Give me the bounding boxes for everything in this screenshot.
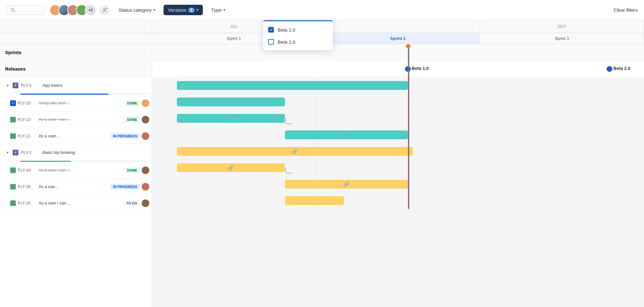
status-category-label: Status category xyxy=(119,7,151,13)
issue-title-fly16: As a use... xyxy=(39,184,109,189)
issue-title-fly14: As a user I can ... xyxy=(39,168,123,172)
task-row-fly11[interactable]: 🔖 FLY-11 As a user... IN PROGRESS xyxy=(0,128,152,144)
issue-id-fly13: FLY-13 xyxy=(18,117,37,122)
search-icon xyxy=(10,8,16,13)
dep-arrow-fly13 xyxy=(286,118,292,124)
bar-fly13: 🔗 xyxy=(177,114,285,123)
issue-id-fly2: FLY-2 xyxy=(21,150,40,155)
add-avatar-button[interactable] xyxy=(99,4,110,16)
link-icon-fly11: 🔗 xyxy=(343,132,350,138)
chevron-down-icon: ▾ xyxy=(153,8,155,12)
sprints-gantt-row xyxy=(152,44,644,61)
beta2-release-label: Beta 2.0 xyxy=(613,66,630,71)
story-icon-fly11: 🔖 xyxy=(10,133,16,139)
expand-fly2[interactable]: ▾ xyxy=(5,150,10,155)
beta2-checkbox[interactable] xyxy=(268,39,274,45)
link-icon-fly2: 🔗 xyxy=(292,148,298,154)
dep-arrow-fly14 xyxy=(286,168,292,173)
assignee-fly16 xyxy=(142,183,149,191)
chevron-down-icon: ▾ xyxy=(196,8,198,12)
dropdown-item-beta1[interactable]: Beta 1.0 xyxy=(263,24,333,36)
gantt-row-fly15 xyxy=(152,192,644,209)
gantt-row-fly13: 🔗 xyxy=(152,110,644,127)
issue-id-fly10: FLY-10 xyxy=(18,101,37,105)
issue-title-fly15: As a user I can ... xyxy=(39,201,122,205)
bar-fly1 xyxy=(177,81,408,90)
releases-gantt-row: Beta 1.0 Beta 2.0 xyxy=(152,61,644,77)
today-line xyxy=(408,44,409,209)
beta1-release-label: Beta 1.0 xyxy=(412,66,429,71)
issue-title-fly10: Setup dev and ... xyxy=(39,101,123,105)
svg-point-2 xyxy=(104,9,106,10)
status-fly14: DONE xyxy=(125,167,140,173)
gantt-rows: Beta 1.0 Beta 2.0 🔗 xyxy=(152,44,644,209)
gantt-panel: JUL SEP Sprint 1 Sprint 2 Sprint 3 xyxy=(152,20,644,307)
bar-fly15 xyxy=(285,196,344,205)
task-row-fly10[interactable]: ☑ FLY-10 Setup dev and ... DONE xyxy=(0,95,152,111)
task-row-fly16[interactable]: 🔖 FLY-16 As a use... IN PROGRESS xyxy=(0,179,152,195)
bar-fly14: 🔗 xyxy=(177,163,285,172)
type-filter[interactable]: Type ▾ xyxy=(207,5,230,15)
beta1-release-line xyxy=(409,44,409,209)
clear-filters-button[interactable]: Clear filters xyxy=(614,7,638,13)
releases-label: Releases xyxy=(5,66,26,72)
month-aug xyxy=(316,20,480,33)
story-icon-fly14: 🔖 xyxy=(10,167,16,173)
sprints-label: Sprints xyxy=(5,50,22,55)
avatar-count[interactable]: +2 xyxy=(85,4,96,16)
task-row-fly14[interactable]: 🔖 FLY-14 As a user I can ... DONE xyxy=(0,162,152,179)
gantt-row-fly11: 🔗 xyxy=(152,127,644,143)
status-fly10: DONE xyxy=(125,100,140,106)
toolbar: +2 Status category ▾ Versions 1 ▾ Type ▾… xyxy=(0,0,644,20)
assignee-fly10 xyxy=(142,99,149,107)
sprints-section-header: Sprints xyxy=(0,44,152,61)
task-row-fly13[interactable]: 🔖 FLY-13 As a user I can ... DONE xyxy=(0,111,152,128)
task-icon-fly10: ☑ xyxy=(10,100,16,106)
versions-filter[interactable]: Versions 1 ▾ xyxy=(164,5,203,15)
status-category-filter[interactable]: Status category ▾ xyxy=(114,5,160,15)
gantt-right-wrapper: JUL SEP Sprint 1 Sprint 2 Sprint 3 xyxy=(152,20,644,209)
beta2-release-dot xyxy=(607,66,612,72)
gantt-row-fly16: 🔗 xyxy=(152,176,644,192)
beta2-label: Beta 2.0 xyxy=(278,39,295,45)
versions-dropdown: Beta 1.0 Beta 2.0 xyxy=(263,20,333,50)
releases-section-header: Releases xyxy=(0,61,152,77)
bar-fly10 xyxy=(177,97,285,106)
sprint-headers: Sprint 1 Sprint 2 Sprint 3 xyxy=(152,33,644,44)
sprint-spacer xyxy=(0,33,152,44)
gantt-row-fly14: 🔗 xyxy=(152,160,644,176)
issue-title-fly11: As a user... xyxy=(39,134,109,138)
status-fly11: IN PROGRESS xyxy=(111,133,140,139)
issue-title-fly13: As a user I can ... xyxy=(39,117,123,122)
issue-id-fly14: FLY-14 xyxy=(18,168,37,172)
issue-title-fly2: Basic trip booking xyxy=(42,150,149,155)
issue-title-fly1: App basics xyxy=(42,83,149,88)
sprint3-header[interactable]: Sprint 3 xyxy=(480,33,644,44)
story-icon-fly13: 🔖 xyxy=(10,117,16,122)
issue-id-fly11: FLY-11 xyxy=(18,134,37,138)
gantt-row-fly10 xyxy=(152,94,644,110)
assignee-fly15 xyxy=(142,199,149,207)
sprint2-header[interactable]: Sprint 2 xyxy=(316,33,480,44)
bar-fly2: 🔗 xyxy=(177,147,413,156)
svg-line-1 xyxy=(14,11,15,12)
epic-icon: ⚡ xyxy=(13,83,18,88)
link-icon-fly13: 🔗 xyxy=(228,116,234,122)
task-row-fly15[interactable]: 🔖 FLY-15 As a user I can ... TO DO xyxy=(0,195,152,211)
dropdown-item-beta2[interactable]: Beta 2.0 xyxy=(263,36,333,48)
beta1-checkbox[interactable] xyxy=(268,27,274,33)
expand-fly1[interactable]: ▾ xyxy=(5,83,10,88)
epic-row-fly1[interactable]: ▾ ⚡ FLY-1 App basics xyxy=(0,77,152,94)
assignee-fly13 xyxy=(142,116,149,123)
status-fly15: TO DO xyxy=(124,200,140,206)
link-icon-fly16: 🔗 xyxy=(343,181,350,187)
month-headers: JUL SEP xyxy=(152,20,644,33)
search-box[interactable] xyxy=(6,5,44,15)
main-content: Sprints Releases ▾ ⚡ FLY-1 App basics ☑ … xyxy=(0,20,644,307)
beta1-label: Beta 1.0 xyxy=(278,27,295,33)
left-panel: Sprints Releases ▾ ⚡ FLY-1 App basics ☑ … xyxy=(0,20,152,307)
chevron-down-icon: ▾ xyxy=(223,8,225,12)
assignee-fly11 xyxy=(142,132,149,140)
epic-row-fly2[interactable]: ▾ ⚡ FLY-2 Basic trip booking xyxy=(0,144,152,161)
month-spacer xyxy=(0,20,152,33)
